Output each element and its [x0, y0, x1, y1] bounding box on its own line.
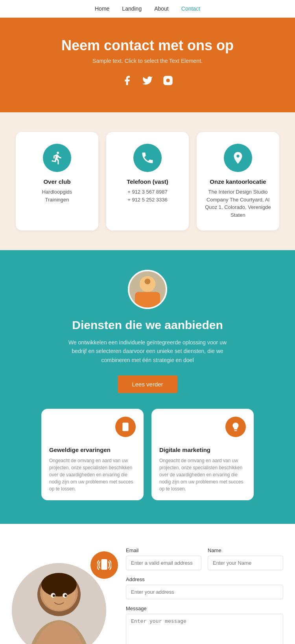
card-location-title: Onze kantoorlocatie [205, 178, 271, 185]
message-label: Message [126, 606, 283, 611]
service-marketing-text: Ongeacht de omvang en aard van uw projec… [159, 457, 246, 492]
message-group: Message [126, 606, 283, 644]
contact-form: Email Name Address Message INDIENEN Afbe… [126, 547, 283, 644]
nav-home[interactable]: Home [95, 5, 109, 12]
card-club-text: HardloopgidsTrainingen [24, 188, 90, 203]
name-group: Name [208, 547, 283, 570]
svg-point-18 [65, 595, 67, 597]
nav-landing[interactable]: Landing [122, 5, 142, 12]
svg-rect-6 [122, 423, 128, 431]
svg-rect-8 [101, 559, 107, 570]
email-input[interactable] [126, 556, 201, 570]
card-club-title: Over club [24, 178, 90, 185]
card-phone-text: + 912 3 567 8987+ 912 5 252 3336 [114, 188, 181, 203]
location-icon [224, 144, 252, 172]
address-label: Address [126, 576, 283, 582]
contact-left [12, 547, 114, 644]
email-label: Email [126, 547, 201, 553]
navigation: Home Landing About Contact [0, 0, 295, 18]
card-phone-title: Telefoon (vast) [114, 178, 181, 185]
message-input[interactable] [126, 614, 283, 644]
service-experiences-title: Geweldige ervaringen [49, 443, 136, 453]
hero-section: Neem contact met ons op Sample text. Cli… [0, 18, 295, 112]
mobile-icon [115, 417, 136, 437]
address-input[interactable] [126, 585, 283, 599]
service-cards: Geweldige ervaringen Ongeacht de omvang … [16, 409, 279, 500]
svg-point-17 [53, 595, 55, 597]
phone-icon [133, 144, 162, 172]
info-section: Over club HardloopgidsTrainingen Telefoo… [0, 112, 295, 250]
svg-rect-4 [135, 292, 160, 307]
services-title: Diensten die we aanbieden [16, 318, 279, 332]
person-photo [12, 563, 106, 644]
name-input[interactable] [208, 556, 283, 570]
service-experiences-text: Ongeacht de omvang en aard van uw projec… [49, 457, 136, 492]
hero-title: Neem contact met ons op [16, 37, 279, 54]
running-icon [43, 144, 71, 172]
service-marketing-title: Digitale marketing [159, 443, 246, 453]
email-group: Email [126, 547, 201, 570]
service-card-marketing: Digitale marketing Ongeacht de omvang en… [151, 409, 254, 500]
nav-about[interactable]: About [154, 5, 169, 12]
service-card-experiences: Geweldige ervaringen Ongeacht de omvang … [41, 409, 144, 500]
name-label: Name [208, 547, 283, 553]
avatar [128, 270, 167, 309]
email-name-row: Email Name [126, 547, 283, 570]
lees-verder-button[interactable]: Lees verder [118, 375, 177, 393]
info-card-location: Onze kantoorlocatie The Interior Design … [197, 132, 279, 231]
services-description: We ontwikkelen een individuele geïntegre… [65, 338, 230, 364]
svg-point-5 [145, 278, 151, 284]
nav-contact[interactable]: Contact [181, 5, 200, 12]
hero-subtitle: Sample text. Click to select the Text El… [16, 58, 279, 64]
card-location-text: The Interior Design Studio Company The C… [205, 188, 271, 219]
twitter-icon[interactable] [142, 75, 153, 89]
services-section: Diensten die we aanbieden We ontwikkelen… [0, 250, 295, 524]
svg-point-14 [41, 573, 77, 596]
bulb-icon [225, 417, 246, 437]
contact-section: Email Name Address Message INDIENEN Afbe… [0, 524, 295, 644]
address-group: Address [126, 576, 283, 599]
social-icons [16, 75, 279, 89]
phone-badge-icon [90, 551, 118, 579]
instagram-icon[interactable] [162, 75, 173, 89]
info-card-phone: Telefoon (vast) + 912 3 567 8987+ 912 5 … [106, 132, 189, 231]
info-card-club: Over club HardloopgidsTrainingen [16, 132, 98, 231]
facebook-icon[interactable] [122, 75, 133, 89]
